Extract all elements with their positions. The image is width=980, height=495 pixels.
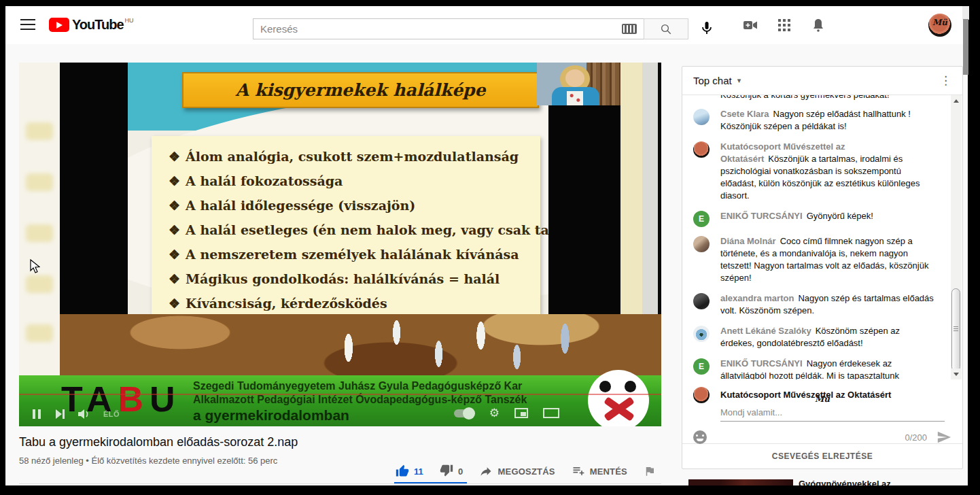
chat-avatar xyxy=(693,293,710,309)
slide-bullet: ❖Kíváncsiság, kérdezősködés xyxy=(169,291,540,315)
tabu-mascot xyxy=(588,370,649,426)
related-video-thumbnail[interactable] xyxy=(688,479,793,485)
slide-bullet: ❖A halál esetleges (én nem halok meg, va… xyxy=(169,218,540,242)
chat-avatar xyxy=(693,109,710,125)
settings-gear-icon[interactable]: ⚙ xyxy=(489,408,500,418)
search-icon xyxy=(660,23,672,35)
char-counter: 0/200 xyxy=(905,432,927,443)
video-actions: 11 0 MEGOSZTÁS MENTÉS xyxy=(19,463,661,479)
pause-button[interactable] xyxy=(31,409,42,420)
chat-author: ENIKŐ TURCSÁNYI xyxy=(720,211,803,221)
progress-bar[interactable] xyxy=(19,394,661,395)
flag-icon xyxy=(644,465,656,477)
chat-message: EENIKŐ TURCSÁNYINagyon érdekesek az álla… xyxy=(682,354,962,379)
scroll-down-arrow[interactable] xyxy=(951,369,962,379)
mouse-cursor xyxy=(30,259,40,277)
chat-avatar xyxy=(693,141,710,158)
menu-icon[interactable] xyxy=(20,19,35,30)
theater-mode-icon[interactable] xyxy=(543,408,559,418)
slide-bullet: ❖A halál fokozatossága xyxy=(169,169,540,193)
thumbs-down-icon xyxy=(440,464,453,478)
search-input[interactable] xyxy=(253,18,644,39)
chat-input[interactable]: Mondj valamit... xyxy=(720,407,945,422)
report-button[interactable] xyxy=(638,465,661,477)
chat-message: alexandra martonNagyon szép és tartalmas… xyxy=(682,288,962,321)
dislike-button[interactable]: 0 xyxy=(434,464,468,478)
scroll-up-arrow[interactable] xyxy=(951,95,962,106)
hide-chat-button[interactable]: CSEVEGÉS ELREJTÉSE xyxy=(682,443,962,468)
related-video-title[interactable]: Gyógynövényekkel az xyxy=(799,478,958,485)
chat-message-list[interactable]: Köszönjük a kortárs gyermekvers példákat… xyxy=(682,95,962,379)
scrollbar-thumb[interactable] xyxy=(951,288,960,371)
topbar: YouTube HU xyxy=(5,6,968,44)
next-button[interactable] xyxy=(54,409,65,420)
chat-avatar xyxy=(693,326,710,342)
keyboard-icon[interactable] xyxy=(622,24,637,34)
chat-message: EENIKŐ TURCSÁNYIGyönyörű képek! xyxy=(682,206,962,231)
apps-grid-icon xyxy=(776,17,792,33)
playlist-add-icon xyxy=(572,464,585,478)
chat-scrollbar[interactable] xyxy=(951,95,962,379)
video-player[interactable]: A kisgyermekek halálképe ❖Álom analógia,… xyxy=(19,63,661,426)
chat-author: Diána Molnár xyxy=(720,236,776,246)
chevron-down-icon: ▾ xyxy=(737,76,741,85)
video-title: Tabu a gyermekirodalomban előadás-soroza… xyxy=(19,435,298,449)
chat-header: Top chat ▾ ⋮ xyxy=(682,67,962,95)
miniplayer-icon[interactable] xyxy=(514,408,528,418)
chat-avatar: E xyxy=(693,358,710,375)
chat-message: Csete KlaraNagyon szép előadást hallhatt… xyxy=(682,104,962,137)
chat-text: Gyönyörű képek! xyxy=(807,211,873,221)
video-camera-plus-icon xyxy=(742,17,758,33)
video-left-blur xyxy=(19,63,60,375)
presenter-webcam xyxy=(537,63,622,105)
player-controls-left: ÉLŐ xyxy=(31,409,120,420)
bell-icon xyxy=(810,17,826,33)
create-video-button[interactable] xyxy=(742,17,758,33)
slide-bullet: ❖A nemszeretem személyek halálának kíván… xyxy=(169,242,540,267)
chat-avatar: E xyxy=(693,211,710,227)
slide-bullet-list: ❖Álom analógia, csukott szem+mozdulatlan… xyxy=(152,136,540,314)
chat-author: Csete Klara xyxy=(720,109,769,119)
youtube-logo-text: YouTube xyxy=(72,18,124,32)
thumbs-up-icon xyxy=(396,464,409,478)
like-button[interactable]: 11 xyxy=(390,464,429,478)
region-label: HU xyxy=(125,17,134,24)
notifications-button[interactable] xyxy=(810,17,826,33)
search-bar xyxy=(253,18,688,39)
chat-author: ENIKŐ TURCSÁNYI xyxy=(720,358,803,369)
chat-message: Kutatócsoport Művészettel az OktatásértK… xyxy=(682,137,962,206)
chat-author: alexandra marton xyxy=(720,293,794,303)
share-button[interactable]: MEGOSZTÁS xyxy=(474,464,560,478)
tree-artwork xyxy=(60,314,661,375)
chat-message-clipped: Köszönjük a kortárs gyermekvers példákat… xyxy=(682,95,962,104)
share-arrow-icon xyxy=(479,464,493,478)
search-button[interactable] xyxy=(644,18,688,39)
chat-mode-dropdown[interactable]: Top chat ▾ xyxy=(693,75,741,86)
save-button[interactable]: MENTÉS xyxy=(566,464,633,478)
video-black-pillar xyxy=(60,63,128,314)
emoji-icon[interactable] xyxy=(693,430,707,444)
volume-button[interactable] xyxy=(77,409,91,420)
apps-grid-button[interactable] xyxy=(776,17,792,33)
chat-menu-kebab-icon[interactable]: ⋮ xyxy=(940,73,951,88)
chat-message: Anett Lékáné SzalókyKöszönöm szépen az é… xyxy=(682,321,962,354)
autoplay-toggle[interactable] xyxy=(454,409,474,417)
slide-title: A kisgyermekek halálképe xyxy=(182,72,539,108)
player-controls-right: ⚙ xyxy=(454,408,559,418)
send-icon[interactable] xyxy=(937,430,951,445)
screen: YouTube HU xyxy=(0,0,980,495)
chat-composer: Kutatócsoport Művészettel az Oktatásért … xyxy=(682,379,962,443)
composer-avatar xyxy=(693,387,710,403)
page-scrollbar-track[interactable] xyxy=(962,6,969,20)
mic-button[interactable] xyxy=(699,20,715,36)
page-scrollbar-thumb[interactable] xyxy=(963,19,968,75)
account-avatar[interactable] xyxy=(928,14,951,37)
live-chat-panel: Top chat ▾ ⋮ Köszönjük a kortárs gyermek… xyxy=(682,66,963,469)
youtube-logo[interactable]: YouTube HU xyxy=(49,18,134,32)
slide-bullet: ❖A halál időlegessége (visszajön) xyxy=(169,193,540,218)
chat-author: Anett Lékáné Szalóky xyxy=(720,326,811,336)
slide-bullet: ❖Álom analógia, csukott szem+mozdulatlan… xyxy=(169,144,540,169)
browser-viewport: YouTube HU xyxy=(5,6,968,485)
mic-icon xyxy=(699,20,715,36)
live-badge: ÉLŐ xyxy=(103,410,120,418)
